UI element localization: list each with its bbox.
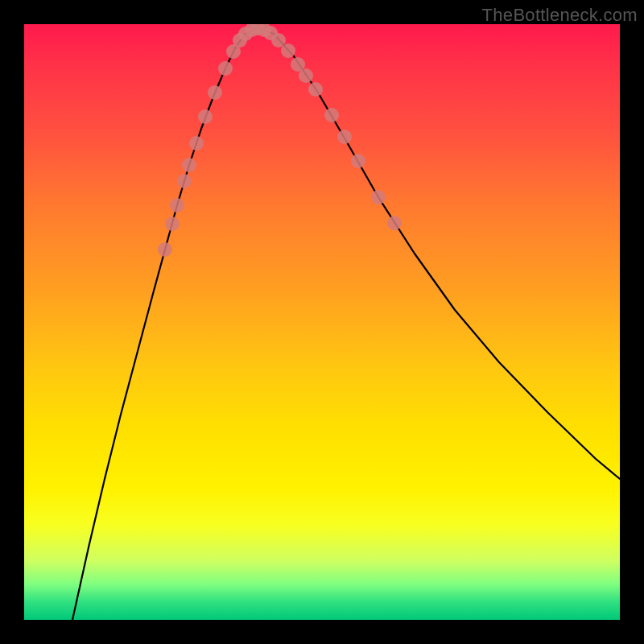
marker-dot — [198, 109, 213, 124]
marker-dot — [170, 198, 184, 213]
marker-dot — [337, 130, 352, 144]
marker-dot — [324, 108, 339, 122]
marker-dot — [177, 174, 192, 188]
watermark-text: TheBottleneck.com — [482, 5, 638, 26]
curve-markers — [158, 24, 402, 257]
marker-dot — [165, 217, 180, 231]
marker-dot — [281, 43, 295, 58]
marker-dot — [387, 216, 402, 230]
marker-dot — [371, 190, 386, 204]
marker-dot — [351, 154, 365, 168]
marker-dot — [189, 136, 204, 151]
marker-dot — [182, 158, 196, 172]
marker-dot — [218, 61, 233, 76]
marker-dot — [158, 242, 172, 257]
chart-svg — [24, 24, 620, 620]
marker-dot — [299, 68, 313, 83]
marker-dot — [308, 82, 323, 97]
marker-dot — [208, 85, 222, 100]
plot-area — [24, 24, 620, 620]
curve-line — [72, 28, 620, 620]
chart-frame: TheBottleneck.com — [0, 0, 644, 644]
